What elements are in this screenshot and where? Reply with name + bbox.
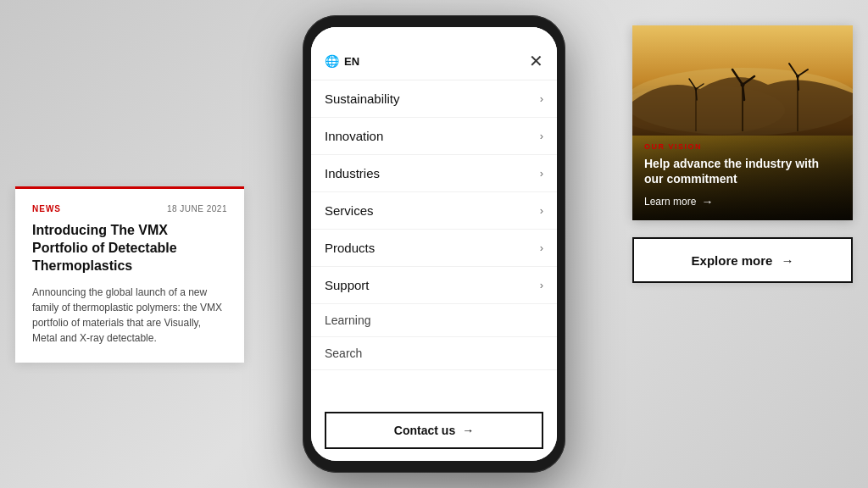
learn-more-arrow: → (701, 195, 713, 208)
menu-header: 🌐 EN ✕ (311, 27, 557, 80)
chevron-right-icon: › (540, 204, 543, 217)
vision-title: Help advance the industry with our commi… (644, 156, 841, 186)
menu-item-products-label: Products (325, 241, 375, 255)
windmill-illustration (632, 25, 853, 136)
news-body: Announcing the global launch of a new fa… (32, 285, 227, 346)
news-title: Introducing The VMX Portfolio of Detecta… (32, 222, 227, 274)
menu-overlay: 🌐 EN ✕ Sustainability › Innovation › (311, 27, 557, 461)
explore-more-arrow: → (781, 253, 793, 268)
menu-item-support-label: Support (325, 278, 370, 292)
explore-more-button[interactable]: Explore more → (632, 237, 853, 283)
news-date: 18 JUNE 2021 (167, 204, 227, 214)
menu-item-services[interactable]: Services › (311, 192, 557, 230)
chevron-right-icon: › (540, 241, 543, 254)
menu-item-products[interactable]: Products › (311, 230, 557, 267)
news-card: NEWS 18 JUNE 2021 Introducing The VMX Po… (15, 186, 244, 363)
contact-us-button[interactable]: Contact us → (325, 412, 543, 449)
menu-item-innovation-label: Innovation (325, 129, 383, 143)
menu-item-learning[interactable]: Learning (311, 304, 557, 337)
svg-point-17 (695, 88, 698, 91)
menu-item-innovation[interactable]: Innovation › (311, 118, 557, 155)
menu-item-learning-label: Learning (325, 313, 371, 327)
menu-item-search-label: Search (325, 347, 362, 360)
vision-card: OUR VISION Help advance the industry wit… (632, 25, 853, 220)
language-code: EN (344, 55, 359, 68)
phone-shell: MITSUBISHI CHEMICAL ADVANCED MATERIALS ☰… (303, 15, 565, 473)
learn-more-text: Learn more (644, 196, 696, 208)
menu-item-industries[interactable]: Industries › (311, 155, 557, 192)
menu-item-sustainability[interactable]: Sustainability › (311, 80, 557, 118)
chevron-right-icon: › (540, 167, 543, 180)
phone: MITSUBISHI CHEMICAL ADVANCED MATERIALS ☰… (303, 15, 565, 473)
svg-point-12 (796, 75, 799, 78)
menu-item-search[interactable]: Search (311, 337, 557, 370)
menu-item-services-label: Services (325, 203, 374, 218)
svg-line-11 (798, 76, 798, 90)
language-selector[interactable]: 🌐 EN (325, 54, 359, 68)
menu-item-sustainability-label: Sustainability (325, 92, 399, 106)
learn-more-link[interactable]: Learn more → (644, 195, 841, 208)
vision-label: OUR VISION (644, 142, 841, 151)
menu-item-industries-label: Industries (325, 166, 380, 180)
chevron-right-icon: › (540, 130, 543, 142)
explore-more-label: Explore more (692, 253, 773, 268)
menu-item-support[interactable]: Support › (311, 267, 557, 304)
menu-items-list: Sustainability › Innovation › Industries… (311, 80, 557, 400)
close-menu-icon[interactable]: ✕ (529, 53, 543, 69)
phone-screen: MITSUBISHI CHEMICAL ADVANCED MATERIALS ☰… (311, 27, 557, 461)
vision-overlay: OUR VISION Help advance the industry wit… (632, 127, 853, 220)
vision-scene (632, 25, 853, 136)
chevron-right-icon: › (540, 279, 543, 291)
svg-point-7 (741, 83, 745, 87)
svg-line-16 (696, 89, 697, 100)
contact-us-arrow: → (462, 424, 474, 437)
contact-us-label: Contact us (394, 424, 455, 437)
chevron-right-icon: › (540, 92, 543, 105)
news-label: NEWS (32, 204, 61, 214)
globe-icon: 🌐 (325, 54, 339, 68)
